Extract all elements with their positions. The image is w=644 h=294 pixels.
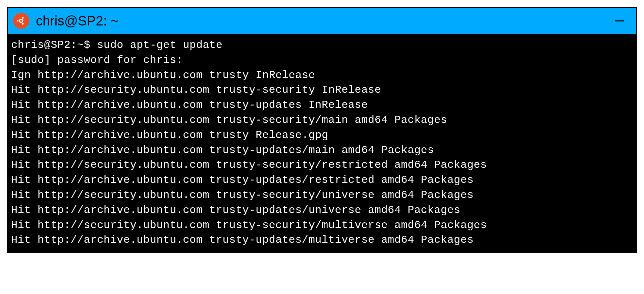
output-line: Hit http://security.ubuntu.com trusty-se…	[11, 218, 633, 233]
output-line: Hit http://archive.ubuntu.com trusty-upd…	[11, 203, 633, 218]
ubuntu-icon	[13, 13, 29, 29]
svg-point-0	[19, 19, 22, 22]
command-text: sudo apt-get update	[97, 39, 222, 51]
output-line: Hit http://archive.ubuntu.com trusty-upd…	[11, 233, 633, 248]
titlebar[interactable]: chris@SP2: ~	[8, 8, 636, 34]
window-title: chris@SP2: ~	[36, 13, 118, 28]
output-line: Hit http://security.ubuntu.com trusty-se…	[11, 188, 633, 203]
output-line: Hit http://archive.ubuntu.com trusty-upd…	[11, 98, 633, 113]
terminal-body[interactable]: chris@SP2:~$ sudo apt-get update [sudo] …	[8, 34, 636, 252]
svg-point-2	[22, 17, 24, 19]
output-line: Hit http://security.ubuntu.com trusty-se…	[11, 158, 633, 173]
minimize-button[interactable]	[613, 14, 626, 27]
prompt: chris@SP2:~$	[11, 39, 90, 51]
output-line: Hit http://archive.ubuntu.com trusty Rel…	[11, 128, 633, 143]
output-line: Hit http://security.ubuntu.com trusty-se…	[11, 113, 633, 128]
output-line: [sudo] password for chris:	[11, 53, 633, 68]
command-line: chris@SP2:~$ sudo apt-get update	[11, 38, 633, 53]
output-line: Ign http://archive.ubuntu.com trusty InR…	[11, 68, 633, 83]
output-line: Hit http://security.ubuntu.com trusty-se…	[11, 83, 633, 98]
svg-point-3	[22, 23, 24, 25]
output-line: Hit http://archive.ubuntu.com trusty-upd…	[11, 173, 633, 188]
output-line: Hit http://archive.ubuntu.com trusty-upd…	[11, 143, 633, 158]
svg-point-1	[16, 20, 18, 22]
minimize-icon	[615, 20, 624, 21]
terminal-window: chris@SP2: ~ chris@SP2:~$ sudo apt-get u…	[7, 7, 637, 253]
